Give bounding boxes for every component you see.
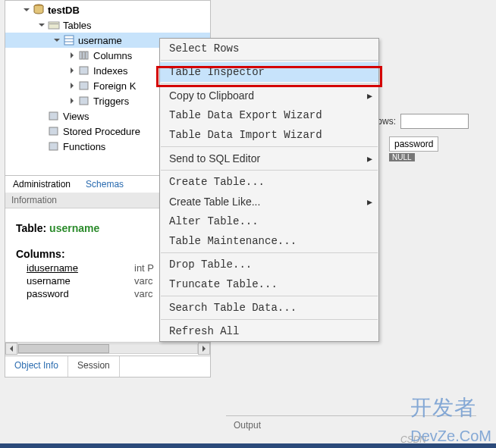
- menu-separator: [161, 296, 378, 296]
- svg-rect-8: [86, 52, 88, 59]
- menu-truncate-table[interactable]: Truncate Table...: [160, 274, 378, 294]
- scroll-track[interactable]: [17, 343, 198, 354]
- menu-refresh-all[interactable]: Refresh All: [160, 321, 378, 341]
- tab-session[interactable]: Session: [68, 356, 120, 377]
- menu-table-maintenance[interactable]: Table Maintenance...: [160, 231, 378, 251]
- submenu-arrow-icon: ▸: [367, 152, 372, 164]
- columns-icon: [78, 49, 90, 61]
- menu-separator: [161, 146, 378, 147]
- chevron-down-icon[interactable]: [37, 20, 46, 30]
- tab-object-info[interactable]: Object Info: [5, 356, 68, 377]
- svg-rect-9: [80, 67, 88, 74]
- rows-label: ows:: [377, 116, 396, 127]
- column-name: username: [27, 275, 71, 287]
- scroll-thumb[interactable]: [18, 344, 109, 353]
- tree-label: Triggers: [93, 96, 129, 107]
- tab-administration[interactable]: Administration: [5, 176, 78, 193]
- svg-rect-12: [49, 112, 58, 120]
- menu-separator: [161, 319, 378, 320]
- table-icon: [63, 34, 75, 46]
- chevron-down-icon[interactable]: [22, 5, 31, 14]
- null-badge: NULL: [389, 153, 415, 161]
- menu-separator: [161, 60, 378, 61]
- tree-label: Functions: [63, 141, 105, 152]
- tree-label: username: [78, 35, 122, 46]
- foreign-key-icon: [78, 80, 90, 92]
- chevron-right-icon[interactable]: [67, 96, 77, 105]
- table-context-menu: Select Rows Table Inspector Copy to Clip…: [159, 38, 379, 342]
- tree-label: Stored Procedure: [63, 126, 140, 137]
- svg-rect-14: [49, 143, 58, 150]
- chevron-right-icon[interactable]: [67, 66, 77, 75]
- svg-rect-6: [80, 52, 82, 59]
- svg-rect-10: [80, 82, 88, 89]
- procedures-icon: [48, 125, 60, 137]
- info-table-value: username: [49, 222, 99, 234]
- tree-label: Tables: [63, 20, 92, 31]
- info-table-prefix: Table:: [16, 222, 49, 234]
- indexes-icon: [78, 64, 90, 77]
- menu-separator: [161, 170, 378, 171]
- column-type: varc: [134, 274, 153, 287]
- menu-create-table[interactable]: Create Table...: [160, 172, 378, 192]
- column-name: password: [27, 288, 69, 299]
- column-type: varc: [134, 287, 153, 300]
- column-header-password[interactable]: password: [389, 136, 438, 152]
- svg-rect-3: [64, 36, 74, 45]
- tree-label: Foreign K: [93, 80, 136, 92]
- menu-drop-table[interactable]: Drop Table...: [160, 255, 378, 274]
- chevron-right-icon[interactable]: [67, 81, 77, 90]
- tree-database-node[interactable]: testDB: [5, 2, 210, 17]
- horizontal-scrollbar[interactable]: [5, 342, 210, 354]
- menu-copy-clipboard[interactable]: Copy to Clipboard▸: [160, 86, 378, 105]
- menu-alter-table[interactable]: Alter Table...: [160, 211, 378, 231]
- submenu-arrow-icon: ▸: [367, 89, 372, 102]
- rows-input[interactable]: [400, 114, 469, 129]
- scroll-left-button[interactable]: [5, 343, 17, 355]
- scroll-right-button[interactable]: [198, 343, 210, 355]
- svg-rect-7: [83, 52, 85, 59]
- tree-label: Indexes: [93, 65, 128, 77]
- menu-export-wizard[interactable]: Table Data Export Wizard: [160, 105, 378, 125]
- functions-icon: [48, 140, 60, 152]
- column-type: int P: [134, 262, 154, 274]
- info-bottom-tabs: Object Info Session: [5, 356, 210, 377]
- menu-separator: [161, 83, 378, 84]
- triggers-icon: [78, 95, 90, 107]
- tree-label: Views: [63, 111, 89, 122]
- output-panel-header: Output: [226, 415, 476, 434]
- views-icon: [48, 110, 60, 122]
- svg-rect-11: [80, 97, 88, 105]
- output-label: Output: [234, 420, 261, 431]
- tab-schemas[interactable]: Schemas: [78, 176, 131, 193]
- chevron-down-icon[interactable]: [52, 36, 61, 45]
- folder-tables-icon: [48, 19, 60, 31]
- menu-import-wizard[interactable]: Table Data Import Wizard: [160, 125, 378, 145]
- svg-rect-2: [49, 23, 58, 24]
- tree-tables-node[interactable]: Tables: [5, 17, 210, 33]
- menu-send-sql[interactable]: Send to SQL Editor▸: [160, 149, 378, 168]
- window-bottom-bar: [0, 443, 496, 448]
- chevron-right-icon[interactable]: [67, 51, 77, 60]
- tree-label: testDB: [48, 5, 80, 16]
- svg-rect-13: [49, 127, 58, 135]
- menu-search-table-data[interactable]: Search Table Data...: [160, 298, 378, 318]
- menu-select-rows[interactable]: Select Rows: [160, 39, 378, 58]
- tree-label: Columns: [93, 50, 132, 61]
- database-icon: [33, 4, 45, 16]
- menu-separator: [161, 252, 378, 253]
- svg-rect-1: [49, 22, 59, 29]
- menu-create-table-like[interactable]: Create Table Like...▸: [160, 192, 378, 211]
- submenu-arrow-icon: ▸: [367, 196, 372, 208]
- menu-table-inspector[interactable]: Table Inspector: [160, 62, 378, 82]
- column-name: idusername: [27, 262, 78, 274]
